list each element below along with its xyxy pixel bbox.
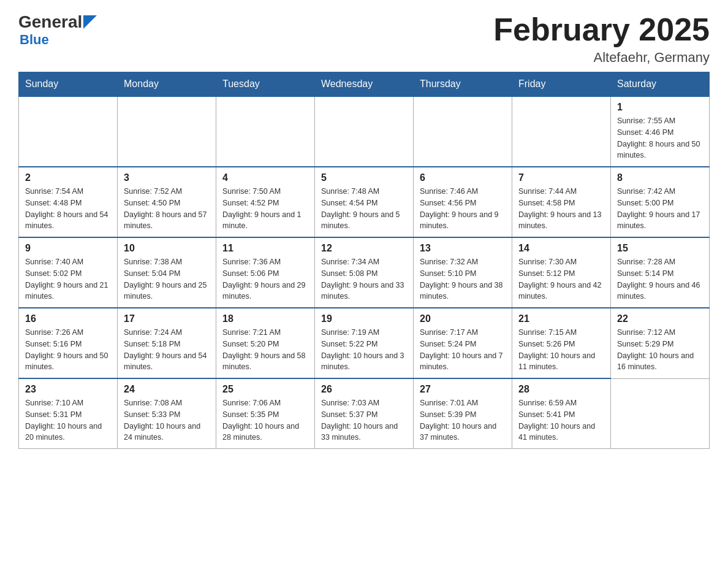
calendar-cell: 25Sunrise: 7:06 AMSunset: 5:35 PMDayligh… [216,378,315,449]
day-info: Sunrise: 7:15 AMSunset: 5:26 PMDaylight:… [518,327,604,373]
day-header-wednesday: Wednesday [315,72,414,97]
day-number: 18 [222,313,308,324]
calendar-cell: 8Sunrise: 7:42 AMSunset: 5:00 PMDaylight… [611,167,710,237]
calendar-table: SundayMondayTuesdayWednesdayThursdayFrid… [18,72,710,449]
day-info: Sunrise: 7:42 AMSunset: 5:00 PMDaylight:… [617,186,703,232]
day-number: 3 [124,172,210,183]
days-header-row: SundayMondayTuesdayWednesdayThursdayFrid… [19,72,710,97]
logo-triangle-icon [83,15,97,29]
day-info: Sunrise: 7:48 AMSunset: 4:54 PMDaylight:… [321,186,407,232]
week-row-3: 9Sunrise: 7:40 AMSunset: 5:02 PMDaylight… [19,237,710,308]
calendar-cell: 20Sunrise: 7:17 AMSunset: 5:24 PMDayligh… [414,308,512,378]
calendar-cell: 28Sunrise: 6:59 AMSunset: 5:41 PMDayligh… [512,378,611,449]
calendar-cell: 21Sunrise: 7:15 AMSunset: 5:26 PMDayligh… [512,308,611,378]
day-number: 12 [321,243,407,254]
day-number: 27 [420,384,506,395]
calendar-cell: 4Sunrise: 7:50 AMSunset: 4:52 PMDaylight… [216,167,315,237]
day-number: 20 [420,313,506,324]
calendar-cell: 18Sunrise: 7:21 AMSunset: 5:20 PMDayligh… [216,308,315,378]
calendar-cell: 3Sunrise: 7:52 AMSunset: 4:50 PMDaylight… [118,167,216,237]
day-header-friday: Friday [512,72,611,97]
day-info: Sunrise: 7:36 AMSunset: 5:06 PMDaylight:… [222,256,308,302]
calendar-cell: 17Sunrise: 7:24 AMSunset: 5:18 PMDayligh… [118,308,216,378]
calendar-cell [611,378,710,449]
day-header-thursday: Thursday [414,72,512,97]
week-row-5: 23Sunrise: 7:10 AMSunset: 5:31 PMDayligh… [19,378,710,449]
calendar-cell: 14Sunrise: 7:30 AMSunset: 5:12 PMDayligh… [512,237,611,308]
week-row-4: 16Sunrise: 7:26 AMSunset: 5:16 PMDayligh… [19,308,710,378]
day-number: 22 [617,313,703,324]
day-header-sunday: Sunday [19,72,118,97]
svg-marker-0 [83,15,97,29]
calendar-cell: 16Sunrise: 7:26 AMSunset: 5:16 PMDayligh… [19,308,118,378]
calendar-cell: 11Sunrise: 7:36 AMSunset: 5:06 PMDayligh… [216,237,315,308]
calendar-cell: 9Sunrise: 7:40 AMSunset: 5:02 PMDaylight… [19,237,118,308]
week-row-1: 1Sunrise: 7:55 AMSunset: 4:46 PMDaylight… [19,96,710,167]
day-number: 28 [518,384,604,395]
calendar-cell: 15Sunrise: 7:28 AMSunset: 5:14 PMDayligh… [611,237,710,308]
calendar-cell [216,96,315,167]
day-number: 19 [321,313,407,324]
calendar-cell: 12Sunrise: 7:34 AMSunset: 5:08 PMDayligh… [315,237,414,308]
logo-general-text: General [18,12,82,32]
page-header: General Blue February 2025 Altefaehr, Ge… [18,12,710,66]
day-number: 7 [518,172,604,183]
day-number: 9 [25,243,111,254]
day-number: 8 [617,172,703,183]
calendar-cell [118,96,216,167]
day-info: Sunrise: 7:40 AMSunset: 5:02 PMDaylight:… [25,256,111,302]
day-info: Sunrise: 7:26 AMSunset: 5:16 PMDaylight:… [25,327,111,373]
day-info: Sunrise: 7:34 AMSunset: 5:08 PMDaylight:… [321,256,407,302]
calendar-cell: 22Sunrise: 7:12 AMSunset: 5:29 PMDayligh… [611,308,710,378]
day-header-saturday: Saturday [611,72,710,97]
day-number: 4 [222,172,308,183]
day-info: Sunrise: 7:32 AMSunset: 5:10 PMDaylight:… [420,256,506,302]
day-info: Sunrise: 7:24 AMSunset: 5:18 PMDaylight:… [124,327,210,373]
calendar-cell [414,96,512,167]
calendar-cell: 7Sunrise: 7:44 AMSunset: 4:58 PMDaylight… [512,167,611,237]
day-info: Sunrise: 7:06 AMSunset: 5:35 PMDaylight:… [222,397,308,443]
day-info: Sunrise: 7:21 AMSunset: 5:20 PMDaylight:… [222,327,308,373]
day-number: 10 [124,243,210,254]
day-info: Sunrise: 6:59 AMSunset: 5:41 PMDaylight:… [518,397,604,443]
day-info: Sunrise: 7:19 AMSunset: 5:22 PMDaylight:… [321,327,407,373]
day-info: Sunrise: 7:46 AMSunset: 4:56 PMDaylight:… [420,186,506,232]
logo: General Blue [18,12,97,48]
day-number: 2 [25,172,111,183]
calendar-cell: 23Sunrise: 7:10 AMSunset: 5:31 PMDayligh… [19,378,118,449]
day-number: 25 [222,384,308,395]
day-info: Sunrise: 7:17 AMSunset: 5:24 PMDaylight:… [420,327,506,373]
calendar-cell: 24Sunrise: 7:08 AMSunset: 5:33 PMDayligh… [118,378,216,449]
calendar-cell: 27Sunrise: 7:01 AMSunset: 5:39 PMDayligh… [414,378,512,449]
calendar-cell: 6Sunrise: 7:46 AMSunset: 4:56 PMDaylight… [414,167,512,237]
day-info: Sunrise: 7:38 AMSunset: 5:04 PMDaylight:… [124,256,210,302]
logo-blue-text: Blue [18,32,97,48]
day-info: Sunrise: 7:03 AMSunset: 5:37 PMDaylight:… [321,397,407,443]
location-title: Altefaehr, Germany [493,50,710,66]
day-number: 26 [321,384,407,395]
day-info: Sunrise: 7:12 AMSunset: 5:29 PMDaylight:… [617,327,703,373]
week-row-2: 2Sunrise: 7:54 AMSunset: 4:48 PMDaylight… [19,167,710,237]
calendar-cell: 10Sunrise: 7:38 AMSunset: 5:04 PMDayligh… [118,237,216,308]
calendar-cell: 2Sunrise: 7:54 AMSunset: 4:48 PMDaylight… [19,167,118,237]
day-number: 24 [124,384,210,395]
day-number: 5 [321,172,407,183]
day-info: Sunrise: 7:55 AMSunset: 4:46 PMDaylight:… [617,115,703,161]
day-header-tuesday: Tuesday [216,72,315,97]
day-info: Sunrise: 7:01 AMSunset: 5:39 PMDaylight:… [420,397,506,443]
day-info: Sunrise: 7:44 AMSunset: 4:58 PMDaylight:… [518,186,604,232]
day-number: 1 [617,102,703,113]
day-info: Sunrise: 7:50 AMSunset: 4:52 PMDaylight:… [222,186,308,232]
day-info: Sunrise: 7:10 AMSunset: 5:31 PMDaylight:… [25,397,111,443]
calendar-cell [315,96,414,167]
day-number: 14 [518,243,604,254]
day-number: 21 [518,313,604,324]
day-number: 16 [25,313,111,324]
calendar-cell: 19Sunrise: 7:19 AMSunset: 5:22 PMDayligh… [315,308,414,378]
day-number: 17 [124,313,210,324]
day-number: 15 [617,243,703,254]
day-info: Sunrise: 7:54 AMSunset: 4:48 PMDaylight:… [25,186,111,232]
title-area: February 2025 Altefaehr, Germany [493,12,710,66]
day-number: 23 [25,384,111,395]
month-title: February 2025 [493,12,710,47]
